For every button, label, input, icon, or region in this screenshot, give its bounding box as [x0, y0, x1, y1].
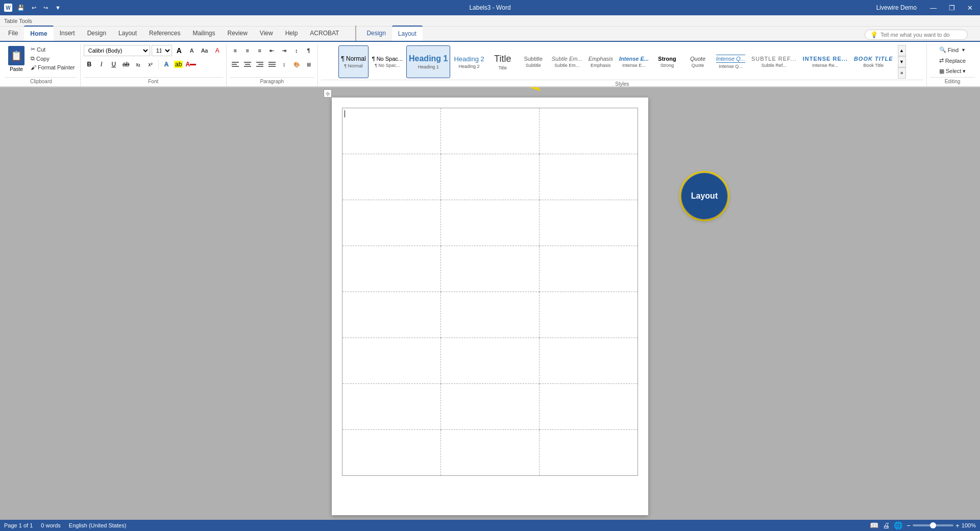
multilevel-button[interactable]: ≡	[254, 45, 265, 56]
borders-button[interactable]: ⊞	[303, 59, 314, 70]
table-cell[interactable]	[441, 154, 540, 200]
table-cell[interactable]	[441, 338, 540, 384]
style-subtle-em[interactable]: Subtle Em... Subtle Em...	[549, 45, 585, 78]
tab-review[interactable]: Review	[221, 26, 253, 41]
table-cell[interactable]	[441, 430, 540, 476]
table-cell[interactable]	[540, 200, 638, 246]
styles-scroll-down[interactable]: ▼	[898, 56, 906, 67]
quick-save-button[interactable]: 💾	[15, 4, 27, 12]
table-cell[interactable]	[342, 246, 441, 292]
strikethrough-button[interactable]: ab	[120, 59, 132, 70]
align-center-button[interactable]	[242, 59, 253, 70]
table-cell[interactable]	[540, 292, 638, 338]
close-button[interactable]: ✕	[964, 3, 976, 13]
view-print-button[interactable]: 🖨	[883, 521, 890, 529]
select-button[interactable]: ▦ Select ▾	[936, 66, 969, 76]
table-cell[interactable]	[342, 108, 441, 154]
subscript-button[interactable]: x₂	[133, 59, 144, 70]
restore-button[interactable]: ❐	[946, 3, 958, 13]
copy-button[interactable]: ⧉ Copy	[29, 54, 77, 63]
font-size-select[interactable]: 11	[152, 45, 172, 56]
table-cell[interactable]	[540, 246, 638, 292]
style-emphasis[interactable]: Emphasis Emphasis	[586, 45, 616, 78]
table-cell[interactable]	[441, 384, 540, 430]
table-cell[interactable]	[342, 338, 441, 384]
font-color-button[interactable]: A	[185, 59, 197, 70]
table-cell[interactable]	[441, 108, 540, 154]
replace-button[interactable]: ⇄ Replace	[936, 56, 969, 65]
tab-file[interactable]: File	[2, 26, 24, 41]
styles-expand[interactable]: ≡	[898, 67, 906, 79]
style-subtle-ref[interactable]: SUBTLE REF... Subtle Ref...	[749, 45, 799, 78]
styles-scroll-up[interactable]: ▲	[898, 45, 906, 56]
tab-table-design[interactable]: Design	[360, 26, 391, 41]
tab-acrobat[interactable]: ACROBAT	[304, 26, 345, 41]
table-cell[interactable]	[342, 200, 441, 246]
show-marks-button[interactable]: ¶	[303, 45, 314, 56]
style-normal[interactable]: ¶ Normal ¶ Normal	[338, 45, 368, 78]
highlight-button[interactable]: ab	[173, 59, 184, 70]
style-book-title[interactable]: Book Title Book Title	[851, 45, 896, 78]
cut-button[interactable]: ✂ Cut	[29, 45, 77, 54]
underline-button[interactable]: U	[108, 59, 119, 70]
table-cell[interactable]	[441, 246, 540, 292]
quick-undo-button[interactable]: ↩	[30, 4, 38, 12]
tab-table-layout[interactable]: Layout	[392, 26, 423, 41]
paste-button[interactable]: 📋 Paste	[5, 45, 28, 73]
align-right-button[interactable]	[254, 59, 265, 70]
align-left-button[interactable]	[230, 59, 241, 70]
style-title[interactable]: Title Title	[488, 45, 518, 78]
style-heading1[interactable]: Heading 1 Heading 1	[406, 45, 450, 78]
decrease-indent-button[interactable]: ⇤	[266, 45, 278, 56]
quick-more-button[interactable]: ▼	[53, 4, 63, 12]
style-intense-ref[interactable]: INTENSE RE... Intense Re...	[800, 45, 850, 78]
table-cell[interactable]	[342, 384, 441, 430]
quick-redo-button[interactable]: ↪	[41, 4, 50, 12]
style-strong[interactable]: Strong Strong	[652, 45, 682, 78]
clear-format-button[interactable]: A	[212, 45, 223, 56]
table-cell[interactable]	[540, 430, 638, 476]
increase-indent-button[interactable]: ⇥	[279, 45, 290, 56]
view-read-button[interactable]: 📖	[870, 521, 878, 529]
tab-references[interactable]: References	[143, 26, 186, 41]
style-intense-e[interactable]: Intense E... Intense E...	[617, 45, 651, 78]
table-cell[interactable]	[540, 338, 638, 384]
style-no-spacing[interactable]: ¶ No Spac... ¶ No Spac...	[370, 45, 405, 78]
bullets-button[interactable]: ≡	[230, 45, 241, 56]
sort-button[interactable]: ↕	[291, 45, 302, 56]
table-cell[interactable]	[342, 430, 441, 476]
style-quote[interactable]: Quote Quote	[683, 45, 713, 78]
table-cell[interactable]	[540, 384, 638, 430]
tab-insert[interactable]: Insert	[54, 26, 81, 41]
format-painter-button[interactable]: 🖌 Format Painter	[29, 63, 77, 71]
font-shrink-button[interactable]: A	[186, 45, 198, 56]
table-cell[interactable]	[540, 154, 638, 200]
tab-mailings[interactable]: Mailings	[186, 26, 221, 41]
view-web-button[interactable]: 🌐	[894, 521, 902, 529]
table-cell[interactable]	[342, 154, 441, 200]
zoom-in-button[interactable]: +	[955, 522, 960, 529]
table-move-handle[interactable]: ⊹	[324, 89, 332, 98]
tell-me-input[interactable]	[880, 32, 962, 38]
table-cell[interactable]	[441, 200, 540, 246]
style-subtitle[interactable]: Subtitle Subtitle	[519, 45, 548, 78]
tab-home[interactable]: Home	[24, 26, 53, 41]
tab-view[interactable]: View	[254, 26, 279, 41]
table-cell[interactable]	[540, 108, 638, 154]
zoom-slider-thumb[interactable]	[930, 522, 936, 528]
italic-button[interactable]: I	[96, 59, 107, 70]
numbering-button[interactable]: ≡	[242, 45, 253, 56]
superscript-button[interactable]: x²	[145, 59, 156, 70]
tab-help[interactable]: Help	[279, 26, 304, 41]
font-case-button[interactable]: Aa	[199, 45, 210, 56]
text-effects-button[interactable]: A	[161, 59, 172, 70]
style-intense-q[interactable]: Intense Q... Intense Q...	[714, 45, 748, 78]
zoom-out-button[interactable]: −	[906, 522, 911, 529]
table-cell[interactable]	[441, 292, 540, 338]
bold-button[interactable]: B	[84, 59, 95, 70]
font-name-select[interactable]: Calibri (Body)	[84, 45, 150, 56]
tab-layout[interactable]: Layout	[112, 26, 143, 41]
find-button[interactable]: 🔍 Find ▼	[936, 45, 969, 55]
style-heading2[interactable]: Heading 2 Heading 2	[451, 45, 486, 78]
line-spacing-button[interactable]: ↕	[279, 59, 290, 70]
